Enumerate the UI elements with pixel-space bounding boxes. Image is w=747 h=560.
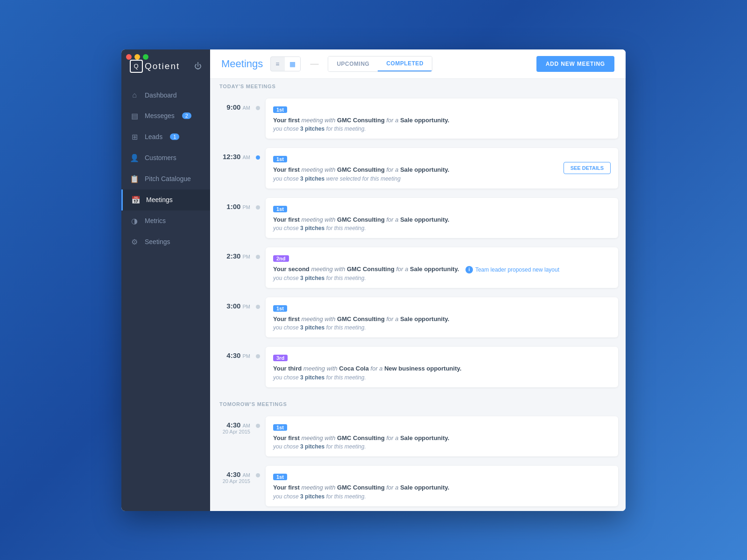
meetings-content: TODAY'S MEETINGS 9:00 AM 1st Your first … [210, 79, 626, 511]
sidebar-label-dashboard: Dashboard [145, 91, 177, 99]
meeting-sub: you chose 3 pitches were selected for th… [273, 175, 562, 182]
meeting-sub: you chose 3 pitches for this meeting. [273, 493, 611, 500]
meeting-text: Your first meeting with GMC Consulting f… [273, 315, 611, 324]
meeting-sub: you chose 3 pitches for this meeting. [273, 443, 611, 450]
view-toggles: ≡ ▦ [270, 56, 301, 71]
power-icon[interactable]: ⏻ [194, 62, 202, 70]
sidebar-label-pitch: Pitch Catalogue [145, 175, 191, 182]
view-calendar-button[interactable]: ▦ [285, 57, 300, 71]
meeting-text: Your first meeting with GMC Consulting f… [273, 434, 611, 443]
meeting-text: Your first meeting with GMC Consulting f… [273, 483, 611, 492]
window-maximize[interactable] [143, 54, 148, 60]
time-display: 3:00 PM [218, 295, 250, 310]
meeting-card: 1st Your first meeting with GMC Consulti… [266, 416, 618, 457]
tab-group: UPCOMING COMPLETED [328, 56, 432, 72]
sidebar-label-messages: Messeges [145, 112, 175, 119]
tab-completed[interactable]: COMPLETED [378, 56, 432, 71]
time-display: 2:30 PM [218, 245, 250, 260]
dashboard-icon: ⌂ [130, 91, 139, 99]
meeting-card: 2nd Your second meeting with GMC Consult… [266, 247, 618, 288]
view-list-button[interactable]: ≡ [271, 57, 284, 71]
meeting-sub: you chose 3 pitches for this meeting. [273, 126, 611, 132]
list-item: 4:30 AM 20 Apr 2015 1st Your first meeti… [210, 412, 626, 462]
info-text: Team leader proposed new layout [475, 266, 559, 274]
meeting-badge: 2nd [273, 255, 289, 262]
meeting-sub: you chose 3 pitches for this meeting. [273, 374, 611, 381]
timeline-dot [256, 245, 260, 259]
page-title: Meetings [221, 58, 263, 70]
meeting-card: 1st Your first meeting with GMC Consulti… [266, 297, 618, 338]
timeline-dot [256, 295, 260, 309]
see-details-button[interactable]: SEE DETAILS [564, 162, 611, 174]
section-tomorrow-label: TOMOROW'S MEETINGS [210, 397, 626, 412]
sidebar-label-settings: Seetings [145, 238, 170, 245]
list-item: 1:00 PM 1st Your first meeting with GMC … [210, 193, 626, 243]
list-item: 9:00 AM 1st Your first meeting with GMC … [210, 94, 626, 144]
logo-icon: Q [130, 60, 143, 73]
timeline-dot [256, 414, 260, 428]
time-display: 4:30 AM 20 Apr 2015 [218, 464, 250, 484]
meeting-card: 1st Your first meeting with GMC Consulti… [266, 148, 618, 189]
date-sub: 20 Apr 2015 [218, 478, 250, 484]
add-meeting-button[interactable]: ADD NEW MEETING [536, 56, 614, 72]
messages-badge: 2 [182, 112, 191, 119]
meeting-card: 1st Your first meeting with GMC Consulti… [266, 98, 618, 139]
time-display: 4:30 PM [218, 345, 250, 359]
meeting-badge: 1st [273, 106, 287, 113]
meeting-badge: 1st [273, 424, 287, 431]
sidebar-item-settings[interactable]: ⚙ Seetings [121, 231, 210, 252]
sidebar-item-customers[interactable]: 👤 Customers [121, 147, 210, 168]
sidebar-label-leads: Leads [145, 133, 162, 140]
list-item: 12:30 AM 1st Your first meeting with GMC… [210, 143, 626, 193]
meeting-badge: 1st [273, 206, 287, 212]
sidebar-label-metrics: Metrics [145, 217, 166, 224]
sidebar: Q Qotient ⏻ ⌂ Dashboard ▤ Messeges 2 ⊞ L… [121, 49, 210, 511]
list-item: 2:30 PM 2nd Your second meeting with GMC… [210, 243, 626, 293]
sidebar-item-dashboard[interactable]: ⌂ Dashboard [121, 85, 210, 105]
messages-icon: ▤ [130, 112, 139, 120]
meeting-badge: 1st [273, 305, 287, 312]
window-close[interactable] [126, 54, 132, 60]
info-tag: i Team leader proposed new layout [465, 266, 559, 274]
sidebar-item-metrics[interactable]: ◑ Metrics [121, 210, 210, 231]
meeting-card: 1st Your first meeting with GMC Consulti… [266, 198, 618, 238]
tab-upcoming[interactable]: UPCOMING [328, 56, 378, 71]
leads-badge: 1 [170, 133, 179, 140]
meeting-sub: you chose 3 pitches for this meeting. [273, 225, 611, 231]
divider: — [308, 59, 320, 69]
time-display: 4:30 AM 20 Apr 2015 [218, 414, 250, 434]
meeting-text: Your first meeting with GMC Consulting f… [273, 215, 611, 224]
list-item: 4:30 AM 20 Apr 2015 1st Your first meeti… [210, 461, 626, 511]
pitch-icon: 📋 [130, 175, 139, 183]
calendar-view-icon: ▦ [289, 60, 296, 68]
info-icon: i [465, 266, 473, 273]
sidebar-nav: ⌂ Dashboard ▤ Messeges 2 ⊞ Leads 1 👤 Cus… [121, 81, 210, 511]
app-logo: Q Qotient [130, 60, 180, 73]
sidebar-item-meetings[interactable]: 📅 Meetings [121, 189, 210, 210]
meeting-text: Your first meeting with GMC Consulting f… [273, 165, 562, 175]
meeting-text: Your first meeting with GMC Consulting f… [273, 116, 611, 125]
list-item: 4:30 PM 3rd Your third meeting with Coca… [210, 342, 626, 392]
leads-icon: ⊞ [130, 133, 139, 141]
timeline-dot [256, 464, 260, 477]
window-minimize[interactable] [134, 54, 140, 60]
time-display: 1:00 PM [218, 196, 250, 210]
sidebar-item-messages[interactable]: ▤ Messeges 2 [121, 105, 210, 126]
sidebar-label-meetings: Meetings [146, 196, 173, 203]
sidebar-item-leads[interactable]: ⊞ Leads 1 [121, 126, 210, 147]
sidebar-item-pitch-catalogue[interactable]: 📋 Pitch Catalogue [121, 168, 210, 189]
meeting-card: 1st Your first meeting with GMC Consulti… [266, 466, 618, 506]
main-header: Meetings ≡ ▦ — UPCOMING COMPLETED ADD NE… [210, 49, 626, 79]
metrics-icon: ◑ [130, 217, 139, 225]
meeting-card: 3rd Your third meeting with Coca Cola fo… [266, 347, 618, 387]
meeting-badge: 1st [273, 474, 287, 480]
customers-icon: 👤 [130, 154, 139, 162]
meetings-icon: 📅 [131, 196, 141, 204]
time-display: 9:00 AM [218, 97, 250, 111]
section-divider [210, 392, 626, 397]
sidebar-label-customers: Customers [145, 154, 176, 161]
meeting-sub: you chose 3 pitches for this meeting. [273, 324, 611, 331]
meeting-text: Your second meeting with GMC Consulting … [273, 265, 611, 274]
main-content: Meetings ≡ ▦ — UPCOMING COMPLETED ADD NE… [210, 49, 626, 511]
logo-text: Qotient [145, 61, 180, 71]
